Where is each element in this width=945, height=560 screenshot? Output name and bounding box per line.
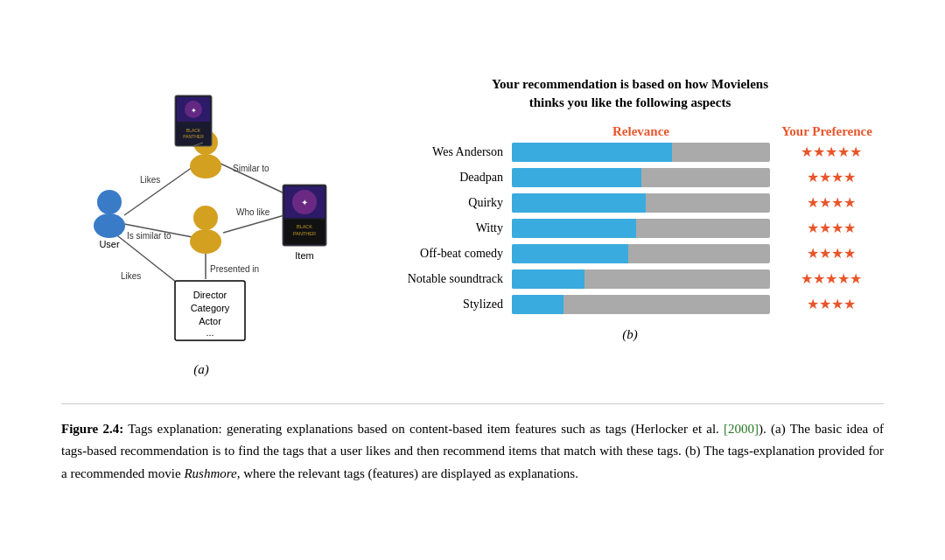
svg-point-9: [190, 154, 221, 178]
chart-row: Quirky★★★★: [376, 193, 884, 213]
chart-row: Wes Anderson★★★★★: [376, 143, 884, 162]
caption-italic: Rushmore: [184, 466, 236, 480]
box-line1: Director: [193, 290, 228, 300]
item-label: Item: [295, 250, 313, 261]
panel-a: Likes Is similar to Likes Similar to Who…: [61, 75, 341, 377]
bar-fill: [512, 244, 628, 263]
chart-row: Stylized★★★★: [376, 295, 884, 314]
bar-fill: [512, 270, 584, 289]
stars-cell: ★★★★: [770, 296, 884, 312]
chart-row: Notable soundtrack★★★★★: [376, 270, 884, 289]
row-label: Deadpan: [376, 171, 512, 185]
bar-container: [512, 270, 770, 289]
svg-text:PANTHER: PANTHER: [183, 134, 204, 139]
caption-bold: Figure 2.4:: [61, 422, 123, 436]
bar-fill: [512, 143, 672, 162]
bar-fill: [512, 295, 564, 314]
caption-text1: Tags explanation: generating explanation…: [123, 422, 724, 436]
svg-text:✦: ✦: [301, 198, 308, 207]
edge-label-wholike: Who like: [236, 207, 270, 217]
bar-container: [512, 168, 770, 187]
chart-wrapper: Relevance Your Preference Wes Anderson★★…: [376, 124, 884, 320]
box-line2: Category: [191, 303, 230, 313]
edge-label-similar: Is similar to: [127, 231, 172, 241]
user-label: User: [99, 239, 120, 249]
chart-rows: Wes Anderson★★★★★Deadpan★★★★Quirky★★★★Wi…: [376, 143, 884, 314]
graph-svg: Likes Is similar to Likes Similar to Who…: [61, 75, 341, 355]
panel-b-title: Your recommendation is based on how Movi…: [492, 75, 768, 112]
bar-container: [512, 244, 770, 263]
chart-header: Relevance Your Preference: [376, 124, 884, 139]
stars-cell: ★★★★: [770, 194, 884, 211]
row-label: Quirky: [376, 196, 512, 210]
edge-label-likes2: Likes: [121, 271, 141, 281]
stars-cell: ★★★★: [770, 245, 884, 262]
svg-text:PANTHER: PANTHER: [293, 231, 316, 236]
row-label: Witty: [376, 221, 512, 235]
bar-container: [512, 143, 770, 162]
bar-container: [512, 193, 770, 213]
graph-container: Likes Is similar to Likes Similar to Who…: [61, 75, 341, 355]
relevance-header: Relevance: [512, 124, 770, 139]
stars-cell: ★★★★: [770, 220, 884, 236]
chart-row: Deadpan★★★★: [376, 168, 884, 187]
svg-text:✦: ✦: [191, 107, 197, 115]
edge-label-presented: Presented in: [210, 264, 259, 274]
bar-fill: [512, 193, 646, 213]
bar-fill: [512, 219, 636, 238]
box-line3: Actor: [199, 316, 221, 326]
edge-label-similarto: Similar to: [233, 164, 270, 173]
stars-cell: ★★★★★: [770, 144, 884, 160]
bar-container: [512, 295, 770, 314]
svg-point-11: [190, 229, 221, 254]
svg-point-6: [97, 190, 122, 214]
svg-text:BLACK: BLACK: [297, 224, 312, 229]
page-container: Likes Is similar to Likes Similar to Who…: [44, 49, 901, 512]
panel-b: Your recommendation is based on how Movi…: [376, 75, 884, 342]
stars-cell: ★★★★★: [770, 270, 884, 287]
svg-line-4: [223, 215, 284, 233]
panel-a-label: (a): [193, 362, 209, 377]
chart-row: Witty★★★★: [376, 219, 884, 238]
row-label: Notable soundtrack: [376, 272, 512, 286]
edge-label-likes1: Likes: [140, 175, 160, 185]
box-line4: ...: [206, 327, 214, 338]
svg-text:BLACK: BLACK: [186, 128, 201, 133]
row-label: Wes Anderson: [376, 145, 512, 159]
caption-ref: [2000]: [724, 422, 759, 436]
bar-fill: [512, 168, 641, 187]
row-label: Off-beat comedy: [376, 247, 512, 261]
panel-b-label: (b): [622, 327, 638, 342]
svg-point-7: [94, 214, 125, 238]
svg-point-10: [193, 206, 218, 230]
caption-text3: , where the relevant tags (features) are…: [237, 466, 578, 480]
preference-header: Your Preference: [770, 124, 884, 139]
chart-row: Off-beat comedy★★★★: [376, 244, 884, 263]
figure-area: Likes Is similar to Likes Similar to Who…: [61, 75, 884, 377]
row-label: Stylized: [376, 298, 512, 312]
stars-cell: ★★★★: [770, 169, 884, 186]
bar-container: [512, 219, 770, 238]
figure-caption: Figure 2.4: Tags explanation: generating…: [61, 403, 884, 486]
